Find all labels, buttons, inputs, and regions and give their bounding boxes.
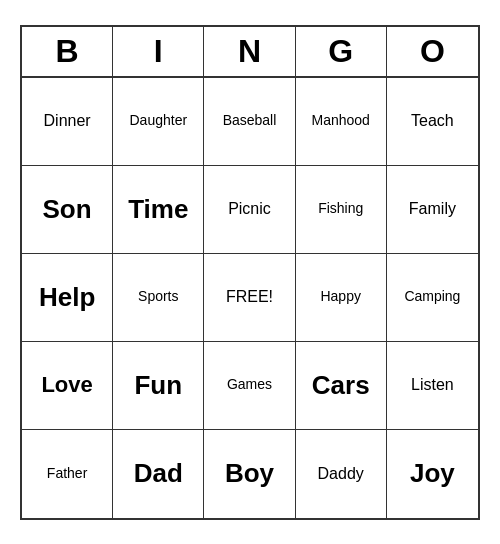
cell-text-9: Family <box>409 200 456 218</box>
cell-text-23: Daddy <box>318 465 364 483</box>
cell-text-12: FREE! <box>226 288 273 306</box>
bingo-cell-12[interactable]: FREE! <box>204 254 295 342</box>
cell-text-19: Listen <box>411 376 454 394</box>
bingo-header: BINGO <box>22 27 478 78</box>
bingo-cell-6[interactable]: Time <box>113 166 204 254</box>
header-cell-G: G <box>296 27 387 76</box>
bingo-cell-11[interactable]: Sports <box>113 254 204 342</box>
header-cell-B: B <box>22 27 113 76</box>
bingo-cell-20[interactable]: Father <box>22 430 113 518</box>
header-cell-N: N <box>204 27 295 76</box>
cell-text-3: Manhood <box>312 113 370 128</box>
cell-text-0: Dinner <box>44 112 91 130</box>
bingo-card: BINGO DinnerDaughterBaseballManhoodTeach… <box>20 25 480 520</box>
bingo-cell-2[interactable]: Baseball <box>204 78 295 166</box>
bingo-cell-15[interactable]: Love <box>22 342 113 430</box>
bingo-cell-3[interactable]: Manhood <box>296 78 387 166</box>
bingo-cell-13[interactable]: Happy <box>296 254 387 342</box>
cell-text-7: Picnic <box>228 200 271 218</box>
cell-text-2: Baseball <box>223 113 277 128</box>
bingo-cell-4[interactable]: Teach <box>387 78 478 166</box>
bingo-grid: DinnerDaughterBaseballManhoodTeachSonTim… <box>22 78 478 518</box>
cell-text-20: Father <box>47 466 87 481</box>
bingo-cell-10[interactable]: Help <box>22 254 113 342</box>
cell-text-1: Daughter <box>129 113 187 128</box>
bingo-cell-0[interactable]: Dinner <box>22 78 113 166</box>
cell-text-15: Love <box>41 373 92 397</box>
bingo-cell-21[interactable]: Dad <box>113 430 204 518</box>
bingo-cell-17[interactable]: Games <box>204 342 295 430</box>
cell-text-10: Help <box>39 283 95 312</box>
cell-text-18: Cars <box>312 371 370 400</box>
cell-text-21: Dad <box>134 459 183 488</box>
cell-text-22: Boy <box>225 459 274 488</box>
cell-text-13: Happy <box>320 289 360 304</box>
bingo-cell-9[interactable]: Family <box>387 166 478 254</box>
bingo-cell-23[interactable]: Daddy <box>296 430 387 518</box>
cell-text-4: Teach <box>411 112 454 130</box>
bingo-cell-18[interactable]: Cars <box>296 342 387 430</box>
bingo-cell-14[interactable]: Camping <box>387 254 478 342</box>
header-cell-I: I <box>113 27 204 76</box>
cell-text-5: Son <box>43 195 92 224</box>
bingo-cell-7[interactable]: Picnic <box>204 166 295 254</box>
cell-text-11: Sports <box>138 289 178 304</box>
bingo-cell-1[interactable]: Daughter <box>113 78 204 166</box>
cell-text-24: Joy <box>410 459 455 488</box>
cell-text-17: Games <box>227 377 272 392</box>
bingo-cell-8[interactable]: Fishing <box>296 166 387 254</box>
header-cell-O: O <box>387 27 478 76</box>
bingo-cell-22[interactable]: Boy <box>204 430 295 518</box>
bingo-cell-5[interactable]: Son <box>22 166 113 254</box>
bingo-cell-16[interactable]: Fun <box>113 342 204 430</box>
cell-text-14: Camping <box>404 289 460 304</box>
cell-text-6: Time <box>128 195 188 224</box>
bingo-cell-19[interactable]: Listen <box>387 342 478 430</box>
cell-text-16: Fun <box>134 371 182 400</box>
cell-text-8: Fishing <box>318 201 363 216</box>
bingo-cell-24[interactable]: Joy <box>387 430 478 518</box>
